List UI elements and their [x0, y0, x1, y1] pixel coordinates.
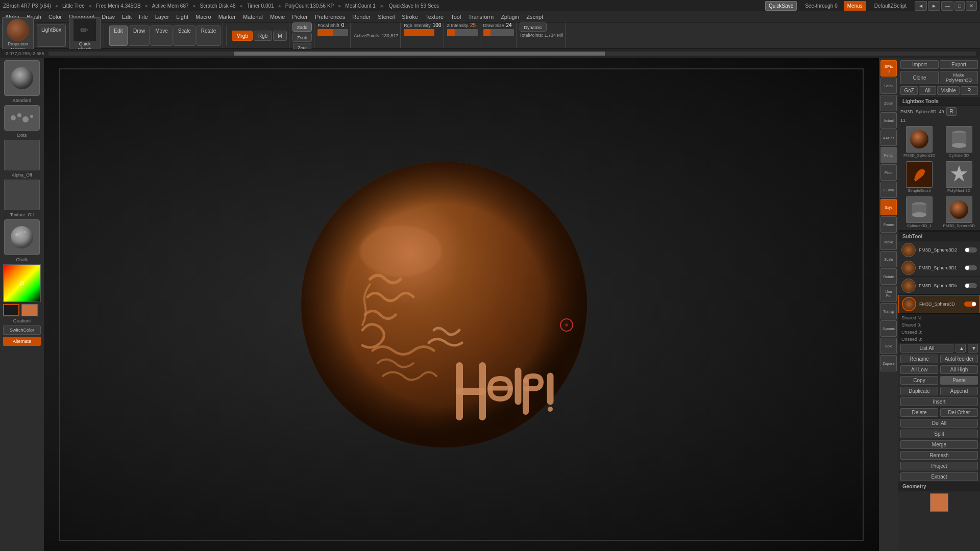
delete-button[interactable]: Delete — [900, 408, 938, 417]
auto-reorder-button[interactable]: AutoReorder — [940, 355, 978, 363]
brush-preview-chalk[interactable] — [4, 219, 40, 255]
merge-button[interactable]: Merge — [900, 440, 978, 449]
menu-render[interactable]: Render — [349, 13, 374, 21]
subtool-header[interactable]: SubTool — [898, 232, 980, 241]
lb-item-cylinder2[interactable]: Cylinder3D_1 — [900, 196, 939, 228]
zsub-button[interactable]: Zsub — [292, 33, 312, 42]
draw-size-slider[interactable] — [483, 29, 514, 36]
minimize-btn[interactable]: — — [941, 1, 953, 11]
clone-button[interactable]: Clone — [900, 71, 939, 84]
subtool-item-0[interactable]: FM3D_Sphere3D2 — [898, 241, 980, 259]
alpha-box[interactable] — [4, 140, 40, 170]
lightbox-button[interactable]: LightBox — [37, 24, 66, 47]
menu-stroke[interactable]: Stroke — [399, 13, 421, 21]
frame-button[interactable]: Frame — [880, 216, 897, 233]
canvas-area[interactable] — [44, 58, 879, 551]
scroll-button[interactable]: Scroll — [880, 78, 897, 94]
maximize-btn[interactable]: □ — [954, 1, 965, 11]
subtool-item-1[interactable]: FM3D_Sphere3D1 — [898, 259, 980, 277]
actual-button[interactable]: Actual — [880, 112, 897, 129]
menu-preferences[interactable]: Preferences — [312, 13, 348, 21]
del-other-button[interactable]: Del Other — [940, 408, 978, 417]
menu-stencil[interactable]: Stencil — [375, 13, 398, 21]
r-pm3d-button[interactable]: R — [946, 107, 957, 116]
zapose-button[interactable]: Zapose — [880, 355, 897, 371]
window-btn-2[interactable]: ► — [928, 1, 940, 11]
scale-button[interactable]: Scale — [174, 26, 195, 46]
all-high-button[interactable]: All High — [940, 365, 978, 374]
close-btn[interactable]: ✕ — [966, 1, 977, 11]
quick-sketch-button[interactable]: ✏ QuickSketch — [69, 17, 101, 54]
window-btn-1[interactable]: ◄ — [915, 1, 927, 11]
rgb-button[interactable]: Rgb — [254, 31, 272, 41]
menu-texture[interactable]: Texture — [422, 13, 447, 21]
rename-button[interactable]: Rename — [900, 355, 938, 363]
scale-rc-button[interactable]: Scale — [880, 251, 897, 267]
focal-shift-slider[interactable] — [317, 29, 348, 36]
project-button[interactable]: Project — [900, 462, 978, 470]
transp-button[interactable]: Transp — [880, 303, 897, 319]
import-button[interactable]: Import — [900, 60, 939, 69]
persp-button[interactable]: Persp — [880, 147, 897, 163]
menu-picker[interactable]: Picker — [289, 13, 311, 21]
zadd-button[interactable]: Zadd — [292, 22, 312, 32]
aahalf-button[interactable]: AAHalf — [880, 130, 897, 146]
lb-item-pm3d-sphere[interactable]: PM3D_Sphere3D — [900, 126, 939, 158]
subtool-item-2[interactable]: FM3D_Sphere3Db — [898, 277, 980, 295]
lb-item-simplebrush[interactable]: SimpleBrush — [900, 161, 939, 193]
mrgb-button[interactable]: Mrgb — [232, 31, 253, 41]
rotate-button[interactable]: Rotate — [197, 26, 220, 46]
lb-item-cylinder[interactable]: Cylinder3D — [940, 126, 978, 158]
geometry-header[interactable]: Geometry — [898, 482, 980, 491]
down-button[interactable]: ▼ — [968, 344, 978, 353]
append-button[interactable]: Append — [940, 387, 978, 395]
z-intensity-slider[interactable] — [447, 29, 478, 36]
rgb-intensity-slider[interactable] — [404, 29, 434, 36]
losm-button[interactable]: L.Dym — [880, 182, 897, 198]
switch-color-button[interactable]: SwitchColor — [3, 325, 41, 335]
menu-material[interactable]: Material — [240, 13, 266, 21]
lb-item-polymesh[interactable]: PolyMesh3D — [940, 161, 978, 193]
lb-item-pm3d-sphere2[interactable]: PM3D_Sphere3D — [940, 196, 978, 228]
menu-file[interactable]: File — [136, 13, 151, 21]
secondary-swatch[interactable] — [21, 304, 38, 316]
menu-tool[interactable]: Tool — [448, 13, 464, 21]
extract-button[interactable]: Extract — [900, 472, 978, 481]
subtool-toggle-1[interactable] — [965, 265, 977, 270]
menus-button[interactable]: Menus — [844, 1, 866, 11]
menu-layer[interactable]: Layer — [152, 13, 173, 21]
copy-button[interactable]: Copy — [900, 376, 938, 385]
subtool-toggle-0[interactable] — [965, 247, 977, 253]
dynamic-button[interactable]: Dynamic — [520, 22, 547, 32]
list-all-button[interactable]: List All — [900, 344, 953, 353]
menu-zscript[interactable]: Zscript — [523, 13, 546, 21]
menu-transform[interactable]: Transform — [465, 13, 497, 21]
dynami-button[interactable]: Dynami — [880, 320, 897, 337]
subtool-item-3[interactable]: FM3D_Sphere3D — [898, 295, 980, 313]
subtool-toggle-3[interactable] — [964, 302, 976, 307]
move-button[interactable]: Move — [151, 26, 172, 46]
m-button[interactable]: M — [273, 31, 286, 41]
all-button[interactable]: All — [919, 86, 936, 95]
color-picker-area[interactable] — [3, 264, 41, 316]
all-low-button[interactable]: All Low — [900, 365, 938, 374]
export-button[interactable]: Export — [940, 60, 978, 69]
spix-button[interactable]: SPix 3 — [880, 60, 897, 77]
duplicate-button[interactable]: Duplicate — [900, 387, 938, 395]
remesh-button[interactable]: Remesh — [900, 451, 978, 460]
color-gradient[interactable] — [3, 264, 41, 302]
menu-light[interactable]: Light — [173, 13, 191, 21]
insert-button[interactable]: Insert — [900, 397, 978, 406]
split-button[interactable]: Split — [900, 430, 978, 438]
draw-button[interactable]: Draw — [129, 26, 150, 46]
visible-button[interactable]: Visible — [937, 86, 959, 95]
goz-button[interactable]: GoZ — [900, 86, 918, 95]
subtool-toggle-2[interactable] — [965, 283, 977, 288]
menu-draw[interactable]: Draw — [99, 13, 118, 21]
primary-swatch[interactable] — [3, 304, 19, 316]
move-rc-button[interactable]: Move — [880, 234, 897, 250]
menu-movie[interactable]: Movie — [267, 13, 288, 21]
up-button[interactable]: ▲ — [955, 344, 966, 353]
r-button[interactable]: R — [961, 86, 978, 95]
edit-button[interactable]: Edit — [109, 26, 128, 46]
